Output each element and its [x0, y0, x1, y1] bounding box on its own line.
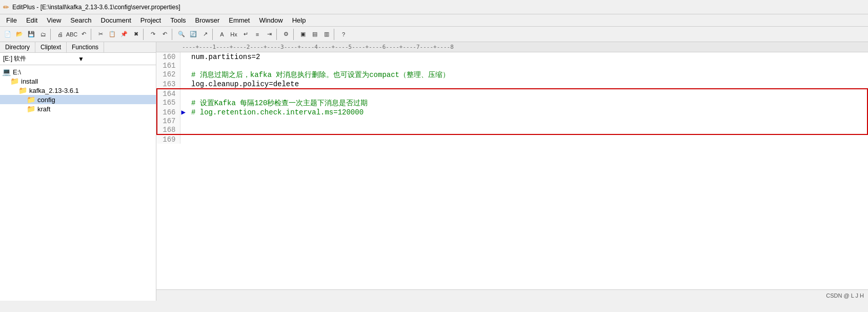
print-btn[interactable]: 🖨 — [54, 29, 66, 40]
app-icon: ✏ — [3, 3, 9, 11]
line-content[interactable] — [186, 89, 867, 98]
line-arrow-cell — [180, 134, 186, 144]
line-content[interactable]: num.partitions=2 — [186, 52, 867, 61]
folder-icon: 📁 — [27, 95, 35, 104]
ruler-content: ----+----1----+----2----+----3----+----4… — [182, 44, 454, 50]
sidebar-tab-directory[interactable]: Directory — [0, 42, 35, 52]
tree-item[interactable]: 📁kafka_2.13-3.6.1 — [0, 86, 156, 95]
line-arrow-cell — [180, 70, 186, 80]
spell-btn[interactable]: ABC — [66, 29, 77, 40]
menu-item-tools[interactable]: Tools — [166, 15, 190, 25]
new-btn[interactable]: 📄 — [2, 29, 13, 40]
replace-btn[interactable]: 🔄 — [188, 29, 199, 40]
line-content[interactable] — [186, 61, 867, 70]
code-container[interactable]: 160num.partitions=2161162# 消息过期之后，kafka … — [156, 52, 868, 289]
line-content[interactable]: log.cleanup.policy=delete — [186, 80, 867, 89]
delete-btn[interactable]: ✖ — [130, 29, 142, 40]
tree-item[interactable]: 📁kraft — [0, 104, 156, 113]
menu-item-file[interactable]: File — [2, 15, 21, 25]
editor-area: ----+----1----+----2----+----3----+----4… — [156, 42, 868, 301]
goto-btn[interactable]: ↗ — [199, 29, 211, 40]
view2-btn[interactable]: ▤ — [309, 29, 320, 40]
line-arrow-cell — [180, 125, 186, 134]
line-content[interactable]: # log.retention.check.interval.ms=120000 — [186, 108, 867, 116]
toolbar-sep-3 — [143, 29, 146, 40]
font-btn[interactable]: A — [216, 29, 228, 40]
toolbar-sep-7 — [293, 29, 296, 40]
table-row: 166▶# log.retention.check.interval.ms=12… — [157, 108, 867, 116]
paste-btn[interactable]: 📌 — [118, 29, 130, 40]
open-btn[interactable]: 📂 — [14, 29, 25, 40]
line-number: 169 — [157, 134, 180, 144]
window-title: EditPlus - [E:\install\kafka_2.13-3.6.1\… — [12, 4, 180, 11]
tree-item-label: kraft — [37, 105, 50, 113]
tree-item[interactable]: 📁install — [0, 76, 156, 86]
table-row: 169 — [157, 134, 867, 144]
folder-icon: 📁 — [27, 105, 35, 113]
table-row: 162# 消息过期之后，kafka 对消息执行删除。也可设置为compact（整… — [157, 70, 867, 80]
menu-item-window[interactable]: Window — [255, 15, 287, 25]
help-btn[interactable]: ? — [338, 29, 349, 40]
drive-selector: [E:] 软件 ▼ — [0, 53, 156, 65]
table-row: 164 — [157, 89, 867, 98]
table-row: 161 — [157, 61, 867, 70]
sidebar: DirectoryCliptextFunctions [E:] 软件 ▼ 💻E:… — [0, 42, 156, 301]
view1-btn[interactable]: ▣ — [297, 29, 309, 40]
toolbar-sep-8 — [334, 29, 336, 40]
line-arrow-cell: ▶ — [180, 108, 186, 116]
menu-item-project[interactable]: Project — [136, 15, 165, 25]
folder-icon: 📁 — [18, 86, 27, 94]
line-number: 164 — [157, 89, 180, 98]
line-number: 161 — [157, 61, 180, 70]
line-arrow-cell — [180, 52, 186, 61]
cut-btn[interactable]: ✂ — [95, 29, 106, 40]
line-content[interactable] — [186, 116, 867, 125]
line-content[interactable]: # 设置Kafka 每隔120秒检查一次主题下消息是否过期 — [186, 98, 867, 108]
status-text: CSDN @ L J H — [826, 292, 864, 299]
folder-icon: 📁 — [10, 77, 19, 85]
save-btn[interactable]: 💾 — [26, 29, 37, 40]
undo2-btn[interactable]: ↶ — [159, 29, 170, 40]
menu-item-document[interactable]: Document — [97, 15, 135, 25]
tree-item[interactable]: 📁config — [0, 95, 156, 104]
line-content[interactable] — [186, 134, 867, 144]
menu-item-emmet[interactable]: Emmet — [225, 15, 254, 25]
linenum-btn[interactable]: Hx — [228, 29, 239, 40]
drive-icon: 💻 — [2, 68, 11, 76]
table-row: 165# 设置Kafka 每隔120秒检查一次主题下消息是否过期 — [157, 98, 867, 108]
save-all-btn[interactable]: 🗂 — [37, 29, 49, 40]
undo-btn[interactable]: ↶ — [78, 29, 89, 40]
line-arrow-cell — [180, 116, 186, 125]
toolbar-sep-1 — [50, 29, 53, 40]
settings-btn[interactable]: ⚙ — [280, 29, 292, 40]
toolbar-sep-6 — [276, 29, 279, 40]
line-number: 162 — [157, 70, 180, 80]
copy-btn[interactable]: 📋 — [107, 29, 118, 40]
table-row: 167 — [157, 116, 867, 125]
menu-item-edit[interactable]: Edit — [22, 15, 42, 25]
sidebar-tab-functions[interactable]: Functions — [67, 42, 104, 52]
redo-btn[interactable]: ↷ — [147, 29, 158, 40]
line-content[interactable] — [186, 125, 867, 134]
menu-item-browser[interactable]: Browser — [191, 15, 224, 25]
toolbar: 📄 📂 💾 🗂 🖨 ABC ↶ ✂ 📋 📌 ✖ ↷ ↶ 🔍 🔄 ↗ A Hx ↵… — [0, 27, 868, 42]
line-content[interactable]: # 消息过期之后，kafka 对消息执行删除。也可设置为compact（整理、压… — [186, 70, 867, 80]
sidebar-tab-cliptext[interactable]: Cliptext — [35, 42, 67, 52]
menu-item-search[interactable]: Search — [66, 15, 95, 25]
line-number: 165 — [157, 98, 180, 108]
tab2space-btn[interactable]: ⇥ — [264, 29, 275, 40]
toolbar-sep-5 — [212, 29, 215, 40]
wrap-btn[interactable]: ↵ — [240, 29, 251, 40]
menu-item-view[interactable]: View — [43, 15, 65, 25]
ruler: ----+----1----+----2----+----3----+----4… — [156, 42, 868, 52]
line-arrow-cell — [180, 61, 186, 70]
search-btn[interactable]: 🔍 — [176, 29, 187, 40]
tree-item[interactable]: 💻E:\ — [0, 67, 156, 76]
view3-btn[interactable]: ▥ — [321, 29, 332, 40]
line-number: 166 — [157, 108, 180, 116]
dropdown-icon[interactable]: ▼ — [78, 55, 153, 63]
indent-btn[interactable]: ≡ — [252, 29, 263, 40]
menu-item-help[interactable]: Help — [288, 15, 310, 25]
status-bar: CSDN @ L J H — [156, 289, 868, 301]
tree-item-label: config — [37, 96, 55, 104]
